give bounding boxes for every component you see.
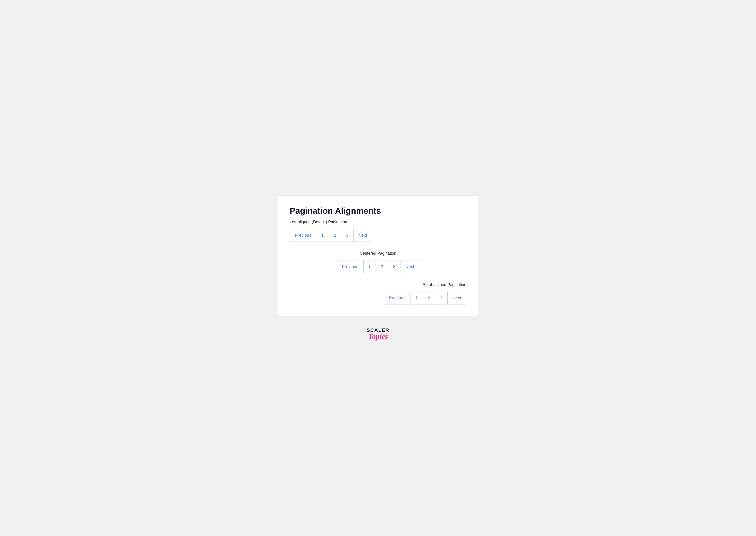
left-page-2-item: 2 [329, 229, 341, 242]
right-prev-button[interactable]: Previous [384, 292, 410, 304]
right-page-1-button[interactable]: 1 [411, 292, 423, 304]
center-page-2-button[interactable]: 2 [376, 260, 388, 273]
center-prev-item: Previous [337, 260, 364, 273]
main-card: Pagination Alignments Left-aligned (Defa… [278, 195, 478, 316]
right-page-2-item: 2 [423, 292, 435, 304]
centered-section: Centered Pagination Previous 1 2 3 Next [290, 251, 466, 273]
right-page-3-button[interactable]: 3 [435, 292, 447, 304]
center-page-3-button[interactable]: 3 [388, 260, 401, 273]
left-page-3-item: 3 [341, 229, 353, 242]
right-pagination: Previous 1 2 3 Next [384, 291, 466, 305]
left-page-1-button[interactable]: 1 [316, 229, 329, 242]
left-next-item: Next [353, 229, 372, 242]
right-page-3-item: 3 [435, 292, 447, 304]
center-page-1-button[interactable]: 1 [364, 260, 376, 273]
left-prev-button[interactable]: Previous [290, 229, 316, 242]
page-title: Pagination Alignments [290, 206, 466, 216]
left-next-button[interactable]: Next [353, 229, 372, 242]
right-next-item: Next [447, 292, 466, 304]
logo-scaler-text: SCALER [367, 328, 389, 333]
right-prev-item: Previous [384, 292, 411, 304]
logo-topics-text: Topics [368, 332, 388, 341]
left-page-3-button[interactable]: 3 [341, 229, 353, 242]
footer: SCALER Topics [367, 328, 389, 341]
center-page-2-item: 2 [376, 260, 388, 273]
left-section-label: Left-aligned (Default) Pagination [290, 220, 466, 224]
right-page-1-item: 1 [411, 292, 423, 304]
center-section-label: Centered Pagination [290, 251, 466, 256]
center-next-button[interactable]: Next [401, 260, 419, 273]
center-page-3-item: 3 [388, 260, 401, 273]
center-next-item: Next [401, 260, 419, 273]
right-next-button[interactable]: Next [447, 292, 466, 304]
center-pagination-wrapper: Previous 1 2 3 Next [290, 260, 466, 273]
left-page-2-button[interactable]: 2 [329, 229, 341, 242]
right-aligned-section: Right-aligned Pagination Previous 1 2 3 … [290, 283, 466, 305]
left-page-1-item: 1 [316, 229, 329, 242]
right-page-2-button[interactable]: 2 [423, 292, 435, 304]
center-pagination: Previous 1 2 3 Next [337, 260, 419, 273]
center-page-1-item: 1 [364, 260, 376, 273]
right-pagination-wrapper: Previous 1 2 3 Next [290, 291, 466, 305]
left-pagination: Previous 1 2 3 Next [290, 229, 372, 242]
left-aligned-section: Left-aligned (Default) Pagination Previo… [290, 220, 466, 242]
right-section-label: Right-aligned Pagination [290, 283, 466, 287]
center-prev-button[interactable]: Previous [337, 260, 363, 273]
left-prev-item: Previous [290, 229, 316, 242]
